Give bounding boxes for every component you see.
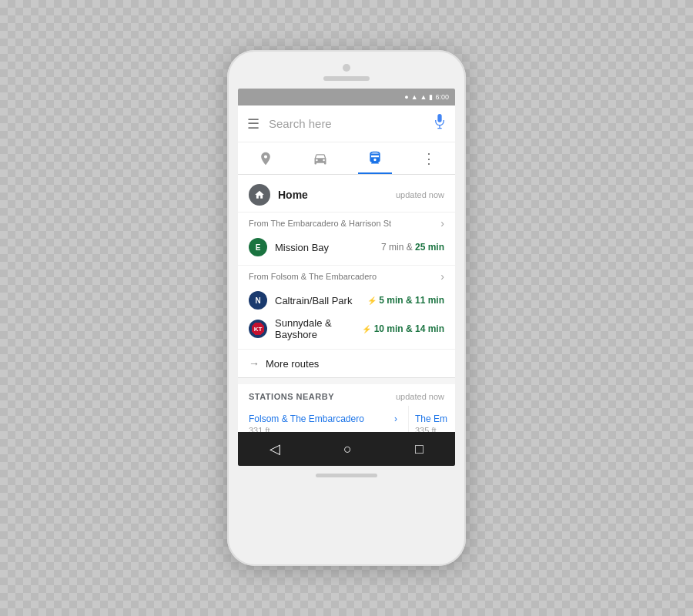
- sunnydale-time: ⚡ 10 min & 14 min: [362, 323, 444, 334]
- hamburger-icon[interactable]: ☰: [247, 116, 259, 132]
- transit-badge-kt: KT: [249, 320, 267, 338]
- time-highlight-sunnydale: 10 min & 14 min: [374, 323, 444, 334]
- home-updated: updated now: [396, 190, 444, 199]
- route-section-2: From Folsom & The Embarcadero › N Caltra…: [238, 265, 455, 349]
- home-button[interactable]: ○: [337, 435, 358, 464]
- more-routes-text: More routes: [266, 358, 319, 370]
- search-bar[interactable]: ☰ Search here: [238, 105, 455, 142]
- station-card-1[interactable]: Folsom & The Embarcadero › 331 ft N Ocea…: [238, 406, 409, 432]
- bottom-nav: ◁ ○ □: [238, 432, 455, 466]
- transit-badge-e: E: [249, 238, 267, 256]
- tab-drive[interactable]: [303, 142, 337, 174]
- stations-card: STATIONS NEARBY updated now Folsom & The…: [238, 384, 455, 432]
- search-placeholder[interactable]: Search here: [269, 117, 434, 130]
- status-icons: ● ▲ ▲ ▮ 6:00: [404, 93, 449, 101]
- alert-icon-sunnydale: ⚡: [362, 325, 371, 333]
- tab-location[interactable]: [249, 142, 283, 174]
- stations-title: STATIONS NEARBY: [249, 392, 334, 401]
- time-prefix-mb: 7 min &: [381, 242, 415, 253]
- mic-icon[interactable]: [434, 114, 446, 133]
- screen-content[interactable]: Home updated now From The Embarcadero & …: [238, 175, 455, 432]
- route-item-sunnydale: KT Sunnydale & Bayshore ⚡ 10 min & 14 mi…: [249, 313, 444, 344]
- tab-more[interactable]: ⋮: [413, 142, 445, 174]
- badge-letter-e: E: [256, 243, 261, 252]
- recents-button[interactable]: □: [409, 435, 430, 464]
- from-text-1: From The Embarcadero & Harrison St: [249, 219, 391, 228]
- station-1-chevron: ›: [394, 413, 397, 424]
- time-highlight-mb: 25 min: [415, 242, 444, 253]
- from-text-2: From Folsom & The Embarcadero: [249, 272, 377, 281]
- station-1-name[interactable]: Folsom & The Embarcadero ›: [249, 413, 397, 424]
- transit-badge-n: N: [249, 291, 267, 310]
- wifi-icon: ▲: [411, 93, 418, 101]
- route-item-caltrain: N Caltrain/Ball Park ⚡ 5 min & 11 min: [249, 287, 444, 313]
- stations-updated: updated now: [396, 392, 444, 401]
- more-dots-icon: ⋮: [422, 150, 436, 167]
- home-card-header: Home updated now: [238, 175, 455, 212]
- battery-icon: ▮: [429, 93, 433, 101]
- station-card-2-partial[interactable]: The Em 335 ft N-OV: [409, 406, 455, 432]
- stations-header: STATIONS NEARBY updated now: [238, 384, 455, 406]
- chevron-right-1: ›: [440, 217, 444, 229]
- route-from-1[interactable]: From The Embarcadero & Harrison St ›: [249, 217, 444, 229]
- home-card: Home updated now From The Embarcadero & …: [238, 175, 455, 378]
- badge-letter-kt: KT: [254, 326, 263, 333]
- camera: [343, 64, 350, 72]
- mission-bay-time: 7 min & 25 min: [381, 242, 444, 253]
- station-1-dist: 331 ft: [249, 426, 397, 432]
- station-2-name-partial: The Em: [415, 413, 449, 424]
- back-button[interactable]: ◁: [263, 434, 286, 464]
- route-item-mission-bay: E Mission Bay 7 min & 25 min: [249, 234, 444, 260]
- route-section-1: From The Embarcadero & Harrison St › E M…: [238, 212, 455, 265]
- caltrain-name: Caltrain/Ball Park: [275, 295, 367, 306]
- status-time: 6:00: [435, 93, 449, 101]
- tab-bar: ⋮: [238, 142, 455, 175]
- tab-transit[interactable]: [358, 142, 392, 174]
- svg-rect-0: [437, 114, 441, 122]
- more-routes-arrow-icon: →: [249, 357, 259, 370]
- phone-frame: ● ▲ ▲ ▮ 6:00 ☰ Search here: [227, 50, 466, 566]
- station-2-dist: 335 ft: [415, 426, 449, 432]
- more-routes-button[interactable]: → More routes: [238, 349, 455, 377]
- speaker: [323, 76, 370, 81]
- route-from-2[interactable]: From Folsom & The Embarcadero ›: [249, 270, 444, 283]
- home-icon: [249, 184, 270, 206]
- badge-letter-n: N: [255, 296, 260, 305]
- caltrain-time: ⚡ 5 min & 11 min: [367, 295, 444, 306]
- chevron-right-2: ›: [440, 270, 444, 283]
- mission-bay-name: Mission Bay: [275, 242, 381, 253]
- location-status-icon: ●: [404, 93, 408, 101]
- signal-icon: ▲: [420, 93, 427, 101]
- alert-icon-caltrain: ⚡: [367, 296, 377, 305]
- phone-home-bar: [316, 474, 377, 477]
- sunnydale-name: Sunnydale & Bayshore: [275, 317, 362, 340]
- home-label: Home: [278, 189, 396, 201]
- stations-grid: Folsom & The Embarcadero › 331 ft N Ocea…: [238, 406, 455, 432]
- status-bar: ● ▲ ▲ ▮ 6:00: [238, 89, 455, 105]
- phone-screen: ● ▲ ▲ ▮ 6:00 ☰ Search here: [238, 89, 455, 466]
- time-highlight-caltrain: 5 min & 11 min: [379, 295, 444, 306]
